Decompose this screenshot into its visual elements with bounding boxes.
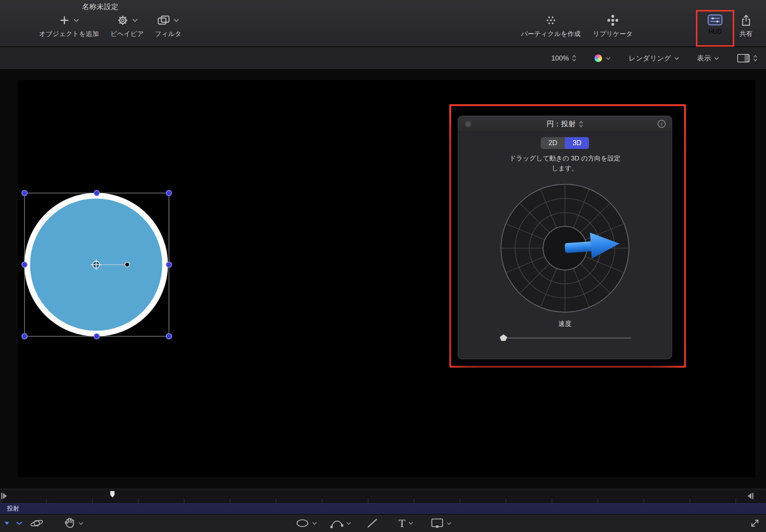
timeline-track[interactable]: 投射 [0,503,766,514]
hud-panel[interactable]: 円：投射 i 2D 3D ドラッグして動きの 3D の方向を設定 します。 [458,116,672,359]
hud-description-line1: ドラッグして動きの 3D の方向を設定 [458,154,672,164]
playhead-marker[interactable] [110,491,115,498]
segment-3d[interactable]: 3D [565,137,589,149]
collapse-control[interactable] [4,521,10,525]
view-menu-label: 表示 [697,54,711,63]
tool-palette: T [0,514,766,532]
stepper-icon[interactable] [579,120,583,128]
skip-to-start-icon[interactable] [1,492,10,500]
orbit-icon [30,517,44,529]
collapse-chevron[interactable] [16,521,23,525]
filters-label: フィルタ [155,29,182,38]
hud-description-line2: します。 [458,164,672,174]
plus-icon [59,15,70,26]
blue-triangle-icon [4,521,10,525]
color-swatch-icon [594,54,602,62]
hud-button[interactable]: HUD [707,14,723,35]
bezier-curve-icon [331,518,344,529]
color-channel-select[interactable] [594,54,611,62]
hud-label: HUD [709,28,722,35]
rectangle-mask-tool[interactable] [431,518,452,529]
main-toolbar: 名称未設定 オブジェクトを追加 [0,0,766,47]
stepper-icon [572,54,576,62]
render-menu[interactable]: レンダリング [629,54,679,63]
handle-bottom-center[interactable] [94,334,100,339]
speed-label: 速度 [458,319,672,328]
stepper-icon [753,54,758,62]
hud-description: ドラッグして動きの 3D の方向を設定 します。 [458,154,672,174]
transform-3d-tool[interactable] [30,517,44,529]
layout-icon [737,54,750,63]
share-icon [741,14,751,26]
blue-chevron-down-icon [16,521,23,525]
chevron-down-icon [606,57,611,60]
line-icon [367,518,378,529]
dimension-segmented-control: 2D 3D [541,137,589,149]
add-object-label: オブジェクトを追加 [39,29,99,38]
skip-to-end-icon[interactable] [745,492,755,500]
chevron-down-icon [132,18,138,22]
gear-icon [116,14,129,26]
line-tool[interactable] [367,518,378,529]
handle-bottom-right[interactable] [166,334,172,339]
bezier-tool[interactable] [331,518,352,529]
behaviors-button[interactable]: ビヘイビア [111,14,144,38]
segment-2d[interactable]: 2D [541,137,565,149]
track-label: 投射 [7,505,19,513]
motion-window: 名称未設定 オブジェクトを追加 [0,0,766,532]
hud-title: 円：投射 [547,119,576,129]
zoom-level-control[interactable]: 100% [551,54,576,62]
expand-timeline-button[interactable] [749,517,761,529]
info-icon[interactable]: i [658,120,666,128]
chevron-down-icon [408,522,413,525]
direction-dial[interactable] [492,175,638,321]
chevron-down-icon [447,522,452,525]
view-options-bar: 100% レンダリング 表示 [0,47,766,70]
render-menu-label: レンダリング [629,54,671,63]
behaviors-label: ビヘイビア [111,29,144,38]
zoom-level-value: 100% [551,54,569,62]
window-title: 名称未設定 [82,2,118,12]
window-layout-control[interactable] [737,54,758,63]
hand-icon [64,517,76,530]
highlight-box-hud-button: HUD [696,10,734,47]
replicator-button[interactable]: リプリケータ [593,14,633,38]
particles-icon [544,15,557,26]
handle-top-center[interactable] [94,190,100,196]
chevron-down-icon [714,57,719,60]
chevron-down-icon [79,522,84,525]
chevron-down-icon [346,522,352,525]
rectangle-icon [431,518,444,529]
filters-button[interactable]: フィルタ [155,14,182,38]
view-menu[interactable]: 表示 [697,54,719,63]
speed-slider[interactable] [500,334,632,341]
slider-track[interactable] [500,337,632,339]
text-tool[interactable]: T [399,518,414,529]
close-button[interactable] [465,121,471,127]
timeline-ruler[interactable] [0,489,766,503]
replicator-label: リプリケータ [593,29,633,38]
ruler-ticks [0,499,766,503]
handle-top-right[interactable] [166,190,172,196]
ellipse-tool[interactable] [296,518,318,528]
chevron-down-icon [73,18,79,22]
make-particles-button[interactable]: パーティクルを作成 [521,14,580,38]
share-label: 共有 [740,29,753,38]
handle-mid-left[interactable] [22,262,27,267]
axis-handle[interactable] [125,262,129,267]
chevron-down-icon [173,18,179,22]
add-object-button[interactable]: オブジェクトを追加 [39,14,99,38]
share-button[interactable]: 共有 [740,14,753,38]
handle-bottom-left[interactable] [22,334,27,339]
diagonal-expand-icon [749,517,761,529]
slider-thumb[interactable] [500,334,507,341]
pan-hand-tool[interactable] [64,517,84,530]
chevron-down-icon [312,522,318,525]
filter-icon [157,15,170,26]
hud-titlebar[interactable]: 円：投射 i [458,116,672,132]
chevron-down-icon [674,57,679,60]
make-particles-label: パーティクルを作成 [521,29,580,38]
handle-top-left[interactable] [22,190,27,196]
handle-mid-right[interactable] [166,262,172,267]
replicator-icon [606,14,619,27]
